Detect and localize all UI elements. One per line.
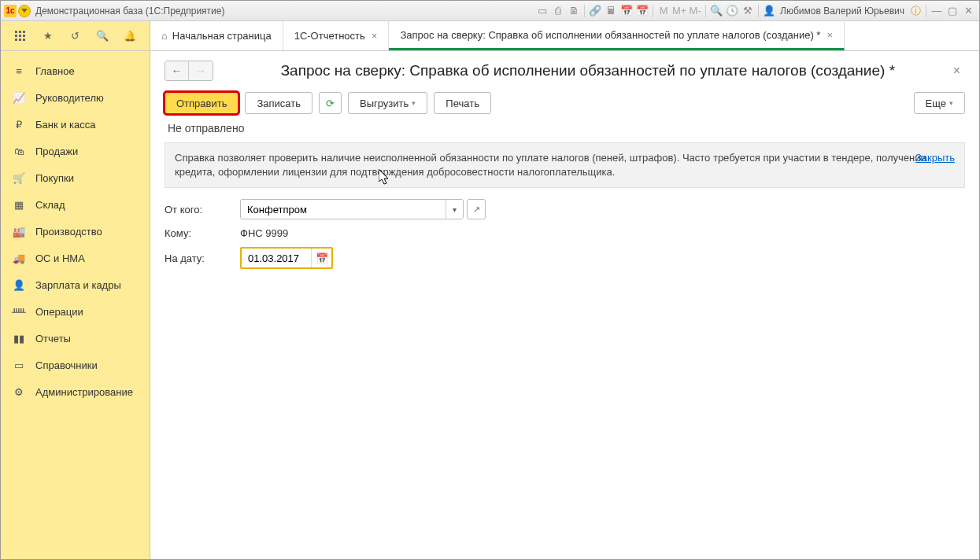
sidebar-item-manager[interactable]: 📈Руководителю	[1, 84, 150, 111]
print-icon[interactable]: ⎙	[550, 4, 566, 18]
save-button[interactable]: Записать	[245, 92, 312, 114]
more-button[interactable]: Еще▾	[914, 92, 965, 114]
maximize-icon[interactable]: ▢	[945, 4, 960, 18]
sidebar-item-bank[interactable]: ₽Банк и касса	[1, 111, 150, 138]
sidebar-item-label: Банк и касса	[35, 119, 96, 131]
sidebar-item-hr[interactable]: 👤Зарплата и кадры	[1, 271, 150, 298]
m-plus-icon[interactable]: M+	[671, 4, 687, 18]
export-label: Выгрузить	[360, 98, 409, 109]
tab-reporting-label: 1С-Отчетность	[294, 30, 365, 42]
apps-icon[interactable]	[13, 28, 28, 44]
factory-icon: 🏭	[12, 224, 26, 238]
svg-rect-2	[23, 31, 25, 33]
svg-rect-7	[19, 39, 21, 41]
calendar-icon[interactable]: 📅	[619, 4, 634, 18]
zoom-icon[interactable]: 🔍	[708, 4, 724, 18]
home-icon: ⌂	[161, 30, 168, 42]
nav-buttons: ← →	[165, 61, 213, 81]
send-button[interactable]: Отправить	[165, 92, 239, 114]
search-icon[interactable]: 🔍	[94, 28, 110, 44]
svg-rect-3	[15, 35, 17, 37]
window-title: Демонстрационная база (1С:Предприятие)	[35, 6, 224, 17]
sidebar-item-warehouse[interactable]: ▦Склад	[1, 191, 150, 218]
bars-icon: ▮▮	[12, 331, 26, 345]
info-close-link[interactable]: Закрыть	[915, 151, 955, 165]
person-icon: 👤	[12, 278, 26, 292]
from-input[interactable]	[241, 200, 446, 219]
calc-icon[interactable]: 🖩	[603, 4, 619, 18]
star-icon[interactable]: ★	[40, 28, 56, 44]
clock-icon[interactable]: 🕓	[724, 4, 740, 18]
app-logo-icon: 1c	[4, 5, 17, 17]
close-icon[interactable]: ×	[827, 29, 833, 41]
sidebar-item-operations[interactable]: ᚊОперации	[1, 298, 150, 325]
sidebar-item-reports[interactable]: ▮▮Отчеты	[1, 325, 150, 352]
sidebar-item-production[interactable]: 🏭Производство	[1, 218, 150, 245]
document-icon[interactable]: 🗎	[566, 4, 582, 18]
tab-request-label: Запрос на сверку: Справка об исполнении …	[400, 29, 820, 41]
refresh-button[interactable]: ⟳	[319, 92, 342, 114]
from-label: От кого:	[165, 204, 240, 216]
sidebar-item-purchases[interactable]: 🛒Покупки	[1, 164, 150, 191]
row-to: Кому: ФНС 9999	[165, 227, 965, 239]
quick-bar: ★ ↺ 🔍 🔔	[1, 21, 150, 50]
sidebar-item-label: Отчеты	[35, 333, 71, 344]
date-field[interactable]: 📅	[240, 247, 333, 269]
tab-home[interactable]: ⌂ Начальная страница	[150, 21, 283, 50]
svg-rect-5	[23, 35, 25, 37]
sidebar-item-admin[interactable]: ⚙Администрирование	[1, 378, 150, 405]
content: ← → Запрос на сверку: Справка об исполне…	[150, 51, 979, 559]
svg-rect-4	[19, 35, 21, 37]
bell-icon[interactable]: 🔔	[122, 28, 138, 44]
close-window-icon[interactable]: ✕	[960, 4, 976, 18]
to-label: Кому:	[165, 227, 240, 239]
link-icon[interactable]: 🔗	[587, 4, 603, 18]
sidebar-item-label: Продажи	[35, 146, 78, 157]
app-menu-dropdown[interactable]	[18, 5, 31, 17]
sidebar-item-catalogs[interactable]: ▭Справочники	[1, 352, 150, 378]
close-page-button[interactable]: ×	[949, 62, 965, 79]
sidebar-item-main[interactable]: ≡Главное	[1, 57, 150, 84]
info-icon[interactable]: ⓘ	[908, 4, 923, 18]
back-button[interactable]: ←	[165, 61, 189, 80]
close-icon[interactable]: ×	[372, 30, 378, 42]
from-combo[interactable]: ▾	[240, 199, 464, 219]
info-box: Справка позволяет проверить наличие неис…	[165, 142, 965, 188]
calendar2-icon[interactable]: 📅	[634, 4, 650, 18]
tab-reporting[interactable]: 1С-Отчетность ×	[283, 21, 390, 50]
row-from: От кого: ▾ ↗	[165, 199, 965, 219]
truck-icon: 🚚	[12, 251, 26, 265]
print-button[interactable]: Печать	[434, 92, 491, 114]
tab-request[interactable]: Запрос на сверку: Справка об исполнении …	[389, 21, 845, 50]
user-name[interactable]: Любимов Валерий Юрьевич	[780, 6, 904, 17]
m-icon[interactable]: M	[656, 4, 671, 18]
boxes-icon: ▦	[12, 197, 26, 212]
sidebar-item-label: Администрирование	[35, 386, 133, 398]
to-value: ФНС 9999	[240, 227, 288, 239]
chart-icon: 📈	[12, 90, 26, 105]
tb-icon-1[interactable]: ▭	[534, 4, 550, 18]
page-title: Запрос на сверку: Справка об исполнении …	[227, 62, 949, 79]
m-minus-icon[interactable]: M-	[687, 4, 703, 18]
tab-home-label: Начальная страница	[172, 30, 272, 42]
folder-icon: ▭	[12, 358, 26, 372]
row-date: На дату: 📅	[165, 247, 965, 269]
date-label: На дату:	[165, 252, 240, 264]
export-button[interactable]: Выгрузить▾	[348, 92, 427, 114]
top-nav: ★ ↺ 🔍 🔔 ⌂ Начальная страница 1С-Отчетнос…	[1, 21, 979, 51]
forward-button[interactable]: →	[189, 61, 213, 80]
open-external-button[interactable]: ↗	[467, 199, 486, 219]
date-input[interactable]	[242, 249, 311, 267]
sidebar-item-assets[interactable]: 🚚ОС и НМА	[1, 245, 150, 271]
calendar-picker-icon[interactable]: 📅	[311, 249, 331, 267]
history-icon[interactable]: ↺	[67, 28, 83, 44]
sidebar-item-sales[interactable]: 🛍Продажи	[1, 138, 150, 164]
sidebar-item-label: Операции	[35, 306, 83, 318]
tool-icon[interactable]: ⚒	[740, 4, 756, 18]
status-text: Не отправлено	[165, 122, 965, 134]
info-text: Справка позволяет проверить наличие неис…	[175, 152, 926, 178]
send-label: Отправить	[176, 98, 227, 109]
minimize-icon[interactable]: —	[929, 4, 945, 18]
gear-icon: ⚙	[12, 385, 26, 399]
chevron-down-icon[interactable]: ▾	[446, 200, 463, 219]
